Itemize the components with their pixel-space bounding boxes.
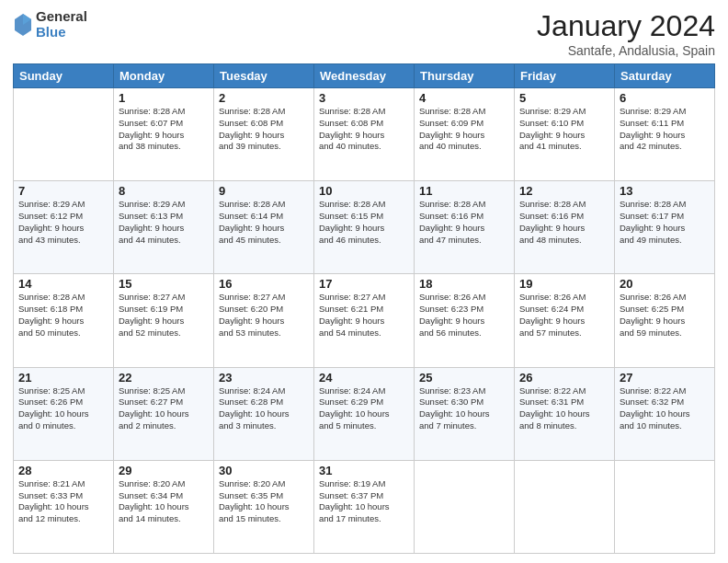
logo-general-label: General <box>36 9 87 25</box>
day-number: 23 <box>219 371 309 385</box>
location: Santafe, Andalusia, Spain <box>537 43 715 58</box>
calendar-week-3: 21Sunrise: 8:25 AMSunset: 6:26 PMDayligh… <box>14 367 715 460</box>
calendar-cell: 11Sunrise: 8:28 AMSunset: 6:16 PMDayligh… <box>415 181 515 274</box>
calendar-cell: 22Sunrise: 8:25 AMSunset: 6:27 PMDayligh… <box>114 367 214 460</box>
day-info: Sunrise: 8:20 AMSunset: 6:35 PMDaylight:… <box>219 478 309 525</box>
day-info: Sunrise: 8:29 AMSunset: 6:10 PMDaylight:… <box>519 106 609 153</box>
day-number: 24 <box>319 371 409 385</box>
day-info: Sunrise: 8:28 AMSunset: 6:16 PMDaylight:… <box>519 199 609 246</box>
day-info: Sunrise: 8:24 AMSunset: 6:29 PMDaylight:… <box>319 385 409 432</box>
day-number: 25 <box>419 371 509 385</box>
calendar-header-friday: Friday <box>515 64 615 88</box>
day-info: Sunrise: 8:28 AMSunset: 6:08 PMDaylight:… <box>219 106 309 153</box>
day-number: 20 <box>620 277 710 291</box>
day-number: 30 <box>219 464 309 477</box>
day-info: Sunrise: 8:28 AMSunset: 6:16 PMDaylight:… <box>419 199 509 246</box>
day-number: 15 <box>119 277 209 291</box>
day-info: Sunrise: 8:29 AMSunset: 6:12 PMDaylight:… <box>18 199 108 246</box>
day-number: 26 <box>519 371 609 385</box>
calendar-cell: 16Sunrise: 8:27 AMSunset: 6:20 PMDayligh… <box>214 274 314 367</box>
calendar-cell: 17Sunrise: 8:27 AMSunset: 6:21 PMDayligh… <box>314 274 415 367</box>
day-number: 29 <box>119 464 209 477</box>
calendar-cell: 23Sunrise: 8:24 AMSunset: 6:28 PMDayligh… <box>214 367 314 460</box>
calendar-header-thursday: Thursday <box>415 64 515 88</box>
calendar-cell: 1Sunrise: 8:28 AMSunset: 6:07 PMDaylight… <box>114 88 214 181</box>
title-section: January 2024 Santafe, Andalusia, Spain <box>537 9 715 58</box>
calendar-header-saturday: Saturday <box>615 64 715 88</box>
calendar-week-1: 7Sunrise: 8:29 AMSunset: 6:12 PMDaylight… <box>14 181 715 274</box>
calendar-cell: 8Sunrise: 8:29 AMSunset: 6:13 PMDaylight… <box>114 181 214 274</box>
day-info: Sunrise: 8:28 AMSunset: 6:09 PMDaylight:… <box>419 106 509 153</box>
day-info: Sunrise: 8:28 AMSunset: 6:07 PMDaylight:… <box>119 106 209 153</box>
calendar-cell: 26Sunrise: 8:22 AMSunset: 6:31 PMDayligh… <box>515 367 615 460</box>
calendar-header-row: SundayMondayTuesdayWednesdayThursdayFrid… <box>14 64 715 88</box>
calendar-cell: 28Sunrise: 8:21 AMSunset: 6:33 PMDayligh… <box>14 460 114 553</box>
calendar-cell: 3Sunrise: 8:28 AMSunset: 6:08 PMDaylight… <box>314 88 415 181</box>
day-number: 31 <box>319 464 409 477</box>
calendar-cell: 25Sunrise: 8:23 AMSunset: 6:30 PMDayligh… <box>415 367 515 460</box>
calendar-cell: 9Sunrise: 8:28 AMSunset: 6:14 PMDaylight… <box>214 181 314 274</box>
calendar-cell <box>14 88 114 181</box>
calendar-cell: 29Sunrise: 8:20 AMSunset: 6:34 PMDayligh… <box>114 460 214 553</box>
page: General Blue January 2024 Santafe, Andal… <box>0 0 728 563</box>
logo-blue-label: Blue <box>36 25 87 40</box>
day-info: Sunrise: 8:21 AMSunset: 6:33 PMDaylight:… <box>18 478 108 525</box>
day-info: Sunrise: 8:29 AMSunset: 6:11 PMDaylight:… <box>620 106 710 153</box>
calendar-cell: 13Sunrise: 8:28 AMSunset: 6:17 PMDayligh… <box>615 181 715 274</box>
calendar-cell: 20Sunrise: 8:26 AMSunset: 6:25 PMDayligh… <box>615 274 715 367</box>
calendar-cell: 27Sunrise: 8:22 AMSunset: 6:32 PMDayligh… <box>615 367 715 460</box>
day-info: Sunrise: 8:22 AMSunset: 6:31 PMDaylight:… <box>519 385 609 432</box>
calendar-cell <box>615 460 715 553</box>
calendar-cell: 18Sunrise: 8:26 AMSunset: 6:23 PMDayligh… <box>415 274 515 367</box>
calendar-header-tuesday: Tuesday <box>214 64 314 88</box>
calendar-cell <box>515 460 615 553</box>
calendar-cell: 15Sunrise: 8:27 AMSunset: 6:19 PMDayligh… <box>114 274 214 367</box>
day-number: 19 <box>519 277 609 291</box>
day-info: Sunrise: 8:28 AMSunset: 6:18 PMDaylight:… <box>18 292 108 339</box>
day-number: 6 <box>620 91 710 105</box>
day-info: Sunrise: 8:26 AMSunset: 6:24 PMDaylight:… <box>519 292 609 339</box>
logo-text: General Blue <box>36 9 87 40</box>
day-info: Sunrise: 8:26 AMSunset: 6:23 PMDaylight:… <box>419 292 509 339</box>
day-info: Sunrise: 8:28 AMSunset: 6:14 PMDaylight:… <box>219 199 309 246</box>
day-info: Sunrise: 8:23 AMSunset: 6:30 PMDaylight:… <box>419 385 509 432</box>
calendar-cell: 30Sunrise: 8:20 AMSunset: 6:35 PMDayligh… <box>214 460 314 553</box>
day-number: 17 <box>319 277 409 291</box>
calendar-cell: 6Sunrise: 8:29 AMSunset: 6:11 PMDaylight… <box>615 88 715 181</box>
day-info: Sunrise: 8:28 AMSunset: 6:17 PMDaylight:… <box>620 199 710 246</box>
calendar-cell: 10Sunrise: 8:28 AMSunset: 6:15 PMDayligh… <box>314 181 415 274</box>
day-number: 1 <box>119 91 209 105</box>
day-info: Sunrise: 8:22 AMSunset: 6:32 PMDaylight:… <box>620 385 710 432</box>
logo-icon <box>13 12 33 38</box>
calendar-cell: 19Sunrise: 8:26 AMSunset: 6:24 PMDayligh… <box>515 274 615 367</box>
calendar-week-4: 28Sunrise: 8:21 AMSunset: 6:33 PMDayligh… <box>14 460 715 553</box>
calendar-cell: 2Sunrise: 8:28 AMSunset: 6:08 PMDaylight… <box>214 88 314 181</box>
day-number: 13 <box>620 184 710 198</box>
day-info: Sunrise: 8:25 AMSunset: 6:27 PMDaylight:… <box>119 385 209 432</box>
calendar-cell: 5Sunrise: 8:29 AMSunset: 6:10 PMDaylight… <box>515 88 615 181</box>
day-number: 3 <box>319 91 409 105</box>
day-number: 21 <box>18 371 108 385</box>
day-number: 22 <box>119 371 209 385</box>
day-info: Sunrise: 8:27 AMSunset: 6:19 PMDaylight:… <box>119 292 209 339</box>
day-number: 14 <box>18 277 108 291</box>
day-info: Sunrise: 8:26 AMSunset: 6:25 PMDaylight:… <box>620 292 710 339</box>
day-number: 11 <box>419 184 509 198</box>
header: General Blue January 2024 Santafe, Andal… <box>13 9 715 58</box>
day-number: 7 <box>18 184 108 198</box>
day-info: Sunrise: 8:20 AMSunset: 6:34 PMDaylight:… <box>119 478 209 525</box>
day-info: Sunrise: 8:25 AMSunset: 6:26 PMDaylight:… <box>18 385 108 432</box>
day-info: Sunrise: 8:27 AMSunset: 6:20 PMDaylight:… <box>219 292 309 339</box>
day-info: Sunrise: 8:27 AMSunset: 6:21 PMDaylight:… <box>319 292 409 339</box>
day-info: Sunrise: 8:29 AMSunset: 6:13 PMDaylight:… <box>119 199 209 246</box>
calendar-cell: 7Sunrise: 8:29 AMSunset: 6:12 PMDaylight… <box>14 181 114 274</box>
calendar-cell: 14Sunrise: 8:28 AMSunset: 6:18 PMDayligh… <box>14 274 114 367</box>
day-number: 12 <box>519 184 609 198</box>
calendar-cell: 12Sunrise: 8:28 AMSunset: 6:16 PMDayligh… <box>515 181 615 274</box>
calendar-week-2: 14Sunrise: 8:28 AMSunset: 6:18 PMDayligh… <box>14 274 715 367</box>
day-number: 4 <box>419 91 509 105</box>
calendar-week-0: 1Sunrise: 8:28 AMSunset: 6:07 PMDaylight… <box>14 88 715 181</box>
calendar-cell: 24Sunrise: 8:24 AMSunset: 6:29 PMDayligh… <box>314 367 415 460</box>
month-title: January 2024 <box>537 9 715 43</box>
day-number: 9 <box>219 184 309 198</box>
